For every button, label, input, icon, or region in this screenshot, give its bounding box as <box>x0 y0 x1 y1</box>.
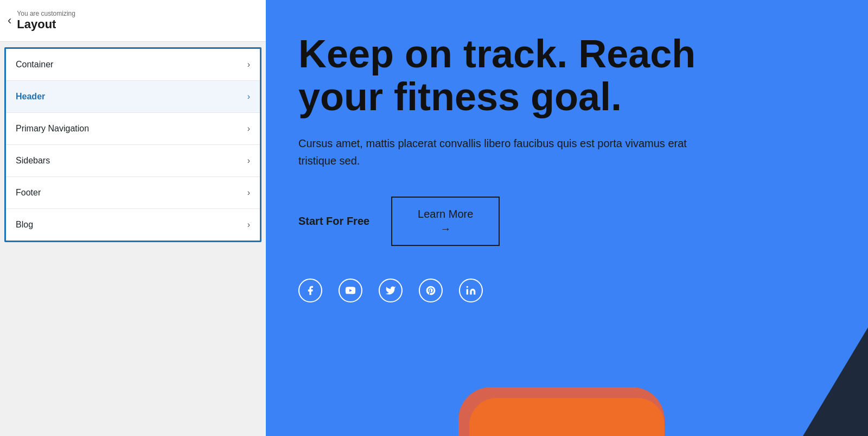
layout-menu: Container › Header › Primary Navigation … <box>4 47 261 242</box>
cta-row: Start For Free Learn More → <box>298 197 825 246</box>
facebook-icon[interactable] <box>298 279 322 302</box>
svg-rect-1 <box>467 289 468 295</box>
chevron-right-icon: › <box>247 92 250 102</box>
menu-item-footer[interactable]: Footer › <box>6 177 260 209</box>
menu-item-header[interactable]: Header › <box>6 81 260 113</box>
youtube-icon[interactable] <box>339 279 362 302</box>
customizing-label: You are customizing <box>17 10 75 17</box>
menu-item-footer-label: Footer <box>16 188 41 198</box>
social-icons-row <box>298 279 825 302</box>
menu-item-container[interactable]: Container › <box>6 49 260 81</box>
menu-item-container-label: Container <box>16 60 53 69</box>
preview-panel: Keep on track. Reach your fitness goal. … <box>266 0 868 436</box>
hero-description: Cursus amet, mattis placerat convallis l… <box>298 135 689 169</box>
chevron-right-icon: › <box>247 124 250 134</box>
layout-title: Layout <box>17 17 75 31</box>
menu-item-header-label: Header <box>16 92 45 102</box>
dark-corner-graphic <box>803 327 868 436</box>
header-text: You are customizing Layout <box>17 10 75 31</box>
back-button[interactable]: ‹ <box>8 15 11 27</box>
customizer-panel: ‹ You are customizing Layout Container ›… <box>0 0 266 436</box>
twitter-icon[interactable] <box>379 279 403 302</box>
customizer-header: ‹ You are customizing Layout <box>0 0 266 42</box>
arrow-right-icon: → <box>440 223 451 235</box>
menu-item-primary-navigation[interactable]: Primary Navigation › <box>6 113 260 145</box>
pinterest-icon[interactable] <box>419 279 443 302</box>
chevron-right-icon: › <box>247 156 250 166</box>
menu-item-blog-label: Blog <box>16 220 33 230</box>
bottom-graphic <box>458 365 675 436</box>
start-for-free-button[interactable]: Start For Free <box>298 215 369 228</box>
menu-item-blog[interactable]: Blog › <box>6 209 260 241</box>
chevron-right-icon: › <box>247 60 250 69</box>
svg-point-2 <box>467 286 468 288</box>
hero-title: Keep on track. Reach your fitness goal. <box>298 33 787 118</box>
learn-more-button[interactable]: Learn More → <box>391 197 500 246</box>
learn-more-label: Learn More <box>418 207 473 220</box>
chevron-right-icon: › <box>247 188 250 198</box>
menu-item-sidebars[interactable]: Sidebars › <box>6 145 260 177</box>
menu-item-primary-navigation-label: Primary Navigation <box>16 124 89 134</box>
linkedin-icon[interactable] <box>459 279 483 302</box>
chevron-right-icon: › <box>247 220 250 230</box>
menu-item-sidebars-label: Sidebars <box>16 156 50 166</box>
